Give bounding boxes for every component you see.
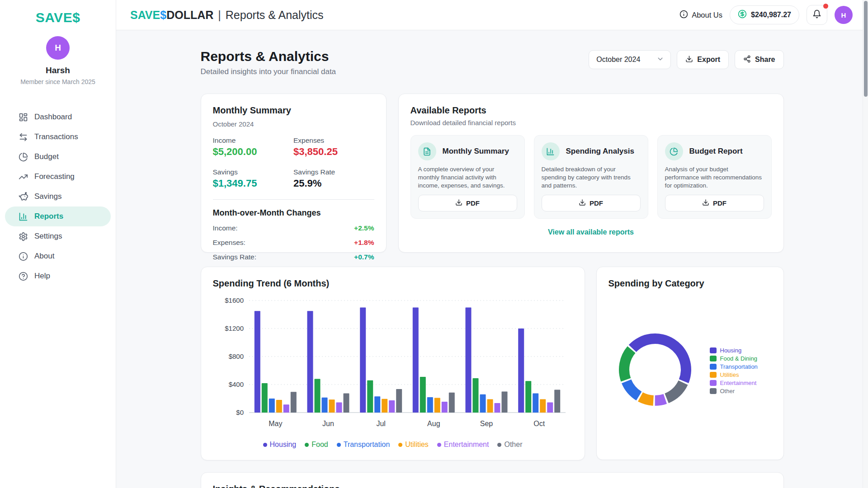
sidebar-item-label: Forecasting: [34, 172, 75, 181]
legend-label: Housing: [720, 347, 742, 354]
svg-text:Oct: Oct: [533, 420, 545, 427]
stat-income: Income $5,200.00: [213, 136, 294, 158]
bar-chart-icon: [19, 212, 28, 221]
legend-label: Food & Dining: [720, 355, 757, 362]
sidebar: SAVE$ H Harsh Member since March 2025 Da…: [0, 0, 116, 488]
category-donut-chart: [618, 332, 693, 409]
main-area: SAVE$DOLLAR|Reports & Analytics About Us…: [116, 0, 868, 488]
scrollbar-thumb[interactable]: [864, 1, 868, 97]
download-icon: [702, 199, 709, 207]
sidebar-item-label: Reports: [34, 212, 63, 221]
page-title: Reports & Analytics: [201, 49, 336, 64]
bell-icon: [812, 9, 821, 20]
legend-swatch: [710, 356, 717, 361]
summary-period: October 2024: [213, 120, 374, 128]
title-separator: |: [213, 9, 226, 21]
page-name: Reports & Analytics: [226, 9, 324, 21]
brand-save: SAVE: [130, 9, 160, 21]
sidebar-item-budget[interactable]: Budget: [5, 147, 111, 167]
spending-trend-card: Spending Trend (6 Months) $0$400$800$120…: [201, 267, 585, 460]
page-content: Reports & Analytics Detailed insights in…: [116, 30, 868, 488]
pdf-download-button[interactable]: PDF: [418, 195, 517, 211]
avatar: H: [46, 36, 70, 60]
expenses-value: $3,850.25: [293, 146, 374, 158]
gear-icon: [19, 232, 28, 241]
budget-pie-icon: [19, 152, 28, 162]
app-window: SAVE$ H Harsh Member since March 2025 Da…: [0, 0, 868, 488]
monthly-summary-title: Monthly Summary: [213, 105, 374, 116]
sidebar-item-settings[interactable]: Settings: [5, 226, 111, 246]
legend-label: Other: [720, 388, 735, 394]
legend-dot: [305, 443, 309, 447]
legend-item: Housing: [263, 441, 297, 449]
sidebar-item-help[interactable]: Help: [5, 266, 111, 286]
sidebar-item-label: Settings: [34, 232, 62, 241]
available-reports-card: Available Reports Download detailed fina…: [398, 94, 784, 253]
share-label: Share: [755, 56, 775, 64]
sidebar-item-savings[interactable]: Savings: [5, 187, 111, 206]
svg-text:$1200: $1200: [225, 324, 244, 332]
page-head: Reports & Analytics Detailed insights in…: [201, 49, 784, 76]
pdf-download-button[interactable]: PDF: [665, 195, 764, 211]
svg-text:Aug: Aug: [427, 420, 440, 427]
svg-text:$800: $800: [228, 352, 243, 360]
sidebar-item-label: Savings: [34, 192, 61, 201]
page-scrollbar[interactable]: [863, 0, 868, 488]
legend-dot: [337, 443, 341, 447]
legend-swatch: [710, 372, 717, 378]
balance-button[interactable]: $240,987.27: [730, 5, 799, 24]
stat-savings: Savings $1,349.75: [213, 168, 294, 189]
mom-income-value: +2.5%: [354, 224, 374, 232]
legend-item: Utilities: [710, 371, 758, 378]
download-icon: [685, 55, 693, 65]
dollar-circle-icon: [738, 9, 747, 20]
legend-label: Transportation: [720, 363, 758, 370]
member-since: Member since March 2025: [0, 78, 116, 85]
about-us-button[interactable]: About Us: [679, 10, 722, 20]
sidebar-item-label: Dashboard: [34, 113, 72, 122]
export-button[interactable]: Export: [677, 50, 729, 69]
month-select-value: October 2024: [596, 56, 640, 64]
share-button[interactable]: Share: [735, 50, 783, 69]
info-icon: [679, 10, 688, 20]
legend-dot: [263, 443, 267, 447]
available-reports-title: Available Reports: [410, 105, 772, 116]
sidebar-item-about[interactable]: About: [5, 246, 111, 266]
sidebar-item-transactions[interactable]: Transactions: [5, 127, 111, 147]
report-card-spending-analysis: Spending Analysis Detailed breakdown of …: [534, 135, 648, 219]
header-avatar[interactable]: H: [835, 6, 853, 24]
file-text-icon: [418, 142, 436, 160]
spending-trend-title: Spending Trend (6 Months): [213, 278, 573, 289]
legend-item: Other: [497, 441, 522, 449]
summary-stats: Income $5,200.00 Expenses $3,850.25 Savi…: [213, 136, 374, 189]
sidebar-item-reports[interactable]: Reports: [5, 206, 111, 226]
pdf-download-button[interactable]: PDF: [542, 195, 641, 211]
mom-income-row: Income: +2.5%: [213, 224, 374, 232]
legend-item: Food: [305, 441, 328, 449]
app-logo: SAVE$: [0, 10, 116, 25]
savings-rate-value: 25.9%: [293, 178, 374, 189]
help-icon: [19, 272, 28, 281]
download-icon: [579, 199, 586, 207]
user-profile: H Harsh Member since March 2025: [0, 36, 116, 85]
dashboard-icon: [19, 113, 28, 122]
notification-dot: [823, 4, 828, 9]
mom-savings-rate-row: Savings Rate: +0.7%: [213, 253, 374, 261]
insights-title: Insights & Recommendations: [213, 484, 772, 488]
savings-value: $1,349.75: [213, 178, 294, 189]
sidebar-item-forecasting[interactable]: Forecasting: [5, 167, 111, 187]
bar-chart-icon: [542, 142, 560, 160]
view-all-reports-link[interactable]: View all available reports: [410, 228, 772, 236]
legend-item: Other: [710, 388, 758, 394]
month-select[interactable]: October 2024: [589, 50, 671, 69]
svg-text:$400: $400: [228, 380, 243, 388]
sidebar-item-dashboard[interactable]: Dashboard: [5, 107, 111, 127]
notifications-button[interactable]: [807, 5, 827, 25]
income-value: $5,200.00: [213, 146, 294, 158]
svg-text:Sep: Sep: [480, 420, 493, 427]
legend-item: Housing: [710, 347, 758, 353]
svg-text:Jul: Jul: [376, 420, 385, 427]
stat-expenses: Expenses $3,850.25: [293, 136, 374, 158]
svg-text:$1600: $1600: [225, 296, 244, 304]
trending-up-icon: [19, 172, 28, 182]
